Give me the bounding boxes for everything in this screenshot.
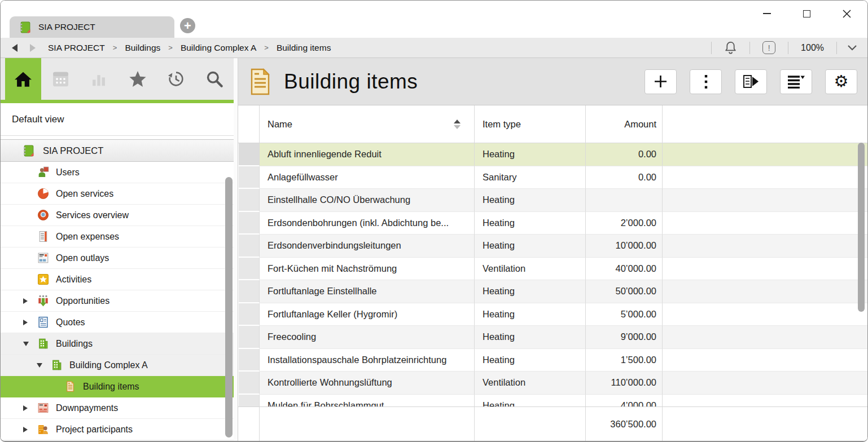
tree-item-users[interactable]: Users xyxy=(1,162,234,183)
row-gutter[interactable] xyxy=(239,258,260,281)
tree-item-label: Buildings xyxy=(56,339,93,349)
forward-icon[interactable] xyxy=(29,43,37,53)
tree-item-label: Building Complex A xyxy=(69,360,148,370)
expand-arrow-icon[interactable] xyxy=(23,320,31,325)
sidebar-tab-home[interactable] xyxy=(5,58,41,100)
breadcrumb-item-building-complex-a[interactable]: Building Complex A xyxy=(181,43,256,53)
row-gutter[interactable] xyxy=(239,166,260,189)
new-tab-button[interactable]: + xyxy=(180,18,195,33)
row-gutter[interactable] xyxy=(239,235,260,258)
plus-icon xyxy=(653,74,668,89)
table-row-kontrollierte-wohnungsl-ftung[interactable]: Kontrollierte WohnungslüftungVentilation… xyxy=(238,372,867,395)
zoom-control[interactable]: 100% xyxy=(788,38,836,58)
sidebar-tab-favorites[interactable] xyxy=(118,58,156,100)
cell-amount: 1’500.00 xyxy=(586,349,663,372)
minimize-button[interactable] xyxy=(762,9,771,19)
cell-amount: 0.00 xyxy=(586,143,663,166)
expand-arrow-icon[interactable] xyxy=(23,405,31,411)
expand-arrow-icon[interactable] xyxy=(23,427,31,432)
row-gutter[interactable] xyxy=(239,189,260,212)
tree-item-open-outlays[interactable]: Open outlays xyxy=(1,247,234,269)
cell-amount: 10’000.00 xyxy=(586,235,663,258)
add-button[interactable] xyxy=(645,69,677,94)
row-gutter[interactable] xyxy=(239,143,260,166)
project-participants-icon xyxy=(37,423,49,435)
row-gutter[interactable] xyxy=(239,372,260,395)
column-header-amount-label: Amount xyxy=(624,119,656,130)
cell-filler xyxy=(663,258,867,281)
project-tab[interactable]: SIA PROJECT xyxy=(10,16,174,38)
row-gutter[interactable] xyxy=(239,326,260,349)
main-header: Building items ⚙ xyxy=(238,58,867,105)
row-gutter[interactable] xyxy=(239,349,260,372)
row-gutter[interactable] xyxy=(239,212,260,235)
building-items-icon xyxy=(64,381,76,392)
notifications-button[interactable] xyxy=(712,38,749,58)
tree-item-quotes[interactable]: Quotes xyxy=(1,312,234,333)
tree-item-building-complex-a[interactable]: Building Complex A xyxy=(1,355,234,376)
sidebar-tab-calendar xyxy=(41,58,80,100)
table-row-erdsondenverbindungsleitungen[interactable]: ErdsondenverbindungsleitungenHeating10’0… xyxy=(238,235,867,258)
table-row-fortluftanlage-keller-hygromir[interactable]: Fortluftanlage Keller (Hygromir)Heating5… xyxy=(238,303,867,326)
settings-button[interactable]: ⚙ xyxy=(825,69,857,94)
table-row-freecooling[interactable]: FreecoolingHeating9’000.00 xyxy=(238,326,867,349)
collapse-arrow-icon[interactable] xyxy=(23,342,31,346)
tree-item-open-services[interactable]: Open services xyxy=(1,183,234,205)
tree-item-label: Open expenses xyxy=(56,232,119,242)
tree-root-sia-project[interactable]: SIA PROJECT xyxy=(1,139,234,162)
list-sort-icon xyxy=(787,74,805,89)
ellipsis-icon xyxy=(704,74,708,89)
cell-item-type: Heating xyxy=(475,280,586,303)
cell-name: Erdsondenverbindungsleitungen xyxy=(260,235,475,258)
breadcrumb-item-buildings[interactable]: Buildings xyxy=(125,43,160,53)
tree-item-activities[interactable]: Activities xyxy=(1,269,234,290)
cell-filler xyxy=(663,143,867,166)
report-button[interactable] xyxy=(735,69,767,94)
sidebar-tab-history[interactable] xyxy=(157,58,195,100)
tree-scrollbar[interactable] xyxy=(225,177,233,437)
expand-panel-button[interactable] xyxy=(837,38,867,58)
tree-item-open-expenses[interactable]: Open expenses xyxy=(1,226,234,247)
row-gutter[interactable] xyxy=(239,280,260,303)
sort-asc-icon[interactable] xyxy=(454,120,461,129)
sidebar-tab-search[interactable] xyxy=(195,58,234,100)
cell-filler xyxy=(663,326,867,349)
total-filler xyxy=(663,407,867,441)
back-icon[interactable] xyxy=(11,43,19,53)
column-header-name[interactable]: Name xyxy=(260,105,475,143)
panel-splitter[interactable] xyxy=(234,58,238,441)
table-row-einstellhalle-co-no-berwachung[interactable]: Einstellhalle CO/NO ÜberwachungHeating xyxy=(238,189,867,212)
view-options-button[interactable] xyxy=(780,69,812,94)
tree-item-label: Opportunities xyxy=(56,296,109,306)
table-row-installationspauschale-bohrplatzeinrichtung[interactable]: Installationspauschale Bohrplatzeinricht… xyxy=(238,349,867,372)
table-row-anlagef-llwasser[interactable]: AnlagefüllwasserSanitary0.00 xyxy=(238,166,867,189)
open-outlays-icon xyxy=(37,252,49,264)
table-row-abluft-innenliegende-reduit[interactable]: Abluft innenliegende ReduitHeating0.00 xyxy=(238,143,867,166)
row-gutter[interactable] xyxy=(239,303,260,326)
breadcrumb-item-building-items[interactable]: Building items xyxy=(277,43,331,53)
tree-item-project-participants[interactable]: Project participants xyxy=(1,419,234,440)
column-header-amount[interactable]: Amount xyxy=(586,105,663,143)
tree-item-downpayments[interactable]: Downpayments xyxy=(1,397,234,419)
tree-item-services-overview[interactable]: Services overview xyxy=(1,205,234,226)
table-row-fortluftanlage-einstellhalle[interactable]: Fortluftanlage EinstellhalleHeating50’00… xyxy=(238,280,867,303)
close-button[interactable] xyxy=(842,9,852,19)
alerts-button[interactable]: ! xyxy=(750,38,788,58)
favorites-icon xyxy=(128,70,147,88)
maximize-button[interactable] xyxy=(802,9,812,19)
zoom-level: 100% xyxy=(801,43,824,53)
breadcrumb-item-sia-project[interactable]: SIA PROJECT xyxy=(48,43,105,53)
table-scrollbar[interactable] xyxy=(858,143,865,312)
expand-arrow-icon[interactable] xyxy=(23,298,31,304)
tree-item-opportunities[interactable]: Opportunities xyxy=(1,290,234,312)
view-header[interactable]: Default view xyxy=(1,103,234,136)
tree-item-building-items[interactable]: Building items xyxy=(1,376,234,397)
table-row-fort-k-chen-mit-nachstr-mung[interactable]: Fort-Küchen mit NachströmungVentilation4… xyxy=(238,258,867,281)
collapse-arrow-icon[interactable] xyxy=(37,363,45,368)
more-actions-button[interactable] xyxy=(690,69,722,94)
table-row-erdsondenbohrungen-inkl-abdichtung-be[interactable]: Erdsondenbohrungen (inkl. Abdichtung be.… xyxy=(238,212,867,235)
cell-name: Fort-Küchen mit Nachströmung xyxy=(260,258,475,281)
tree-item-buildings[interactable]: Buildings xyxy=(1,333,234,355)
opportunities-icon xyxy=(37,295,49,307)
column-header-item-type[interactable]: Item type xyxy=(475,105,586,143)
